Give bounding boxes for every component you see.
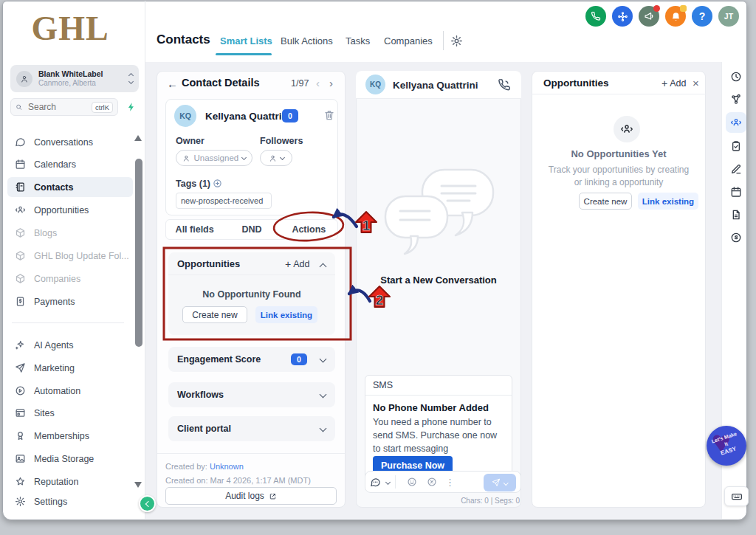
sidebar-item-marketing[interactable]: Marketing: [7, 358, 133, 378]
tab-smart-lists[interactable]: Smart Lists: [220, 35, 272, 46]
sidebar-item-label: Contacts: [34, 182, 73, 193]
prev-contact-icon[interactable]: ‹: [316, 77, 320, 89]
quick-actions-bolt-icon[interactable]: [126, 102, 137, 112]
search-bar[interactable]: ctrlK: [10, 98, 118, 116]
back-icon[interactable]: ←: [167, 77, 178, 90]
sidebar-item-ai-agents[interactable]: AI Agents: [7, 335, 133, 355]
search-input[interactable]: [27, 101, 87, 113]
tab-tasks[interactable]: Tasks: [346, 35, 370, 46]
close-panel-icon[interactable]: ×: [693, 77, 699, 89]
account-name: Blank WhiteLabel: [38, 69, 123, 79]
sidebar-collapse-button[interactable]: [139, 495, 156, 512]
sidebar-item-label: Media Storage: [34, 454, 94, 464]
tab-actions[interactable]: Actions: [281, 224, 337, 235]
followers-select[interactable]: [260, 150, 292, 166]
sms-title: No Phone Number Added: [373, 402, 504, 413]
sidebar-item-companies[interactable]: Companies: [7, 269, 133, 289]
emoji-icon[interactable]: [407, 477, 417, 487]
sidebar-item-payments[interactable]: Payments: [7, 291, 133, 311]
call-icon[interactable]: [498, 78, 511, 92]
account-chevrons-icon: [129, 74, 133, 83]
link-existing-button[interactable]: Link existing: [255, 306, 317, 323]
tag-text: new-prospect-received: [181, 196, 263, 205]
send-button[interactable]: [484, 474, 516, 491]
sidebar-item-label: GHL Blog Update Fol...: [34, 251, 129, 261]
next-contact-icon[interactable]: ›: [329, 77, 333, 89]
sidebar-item-media-storage[interactable]: Media Storage: [7, 449, 133, 469]
person-icon: [269, 154, 277, 162]
scroll-up-arrow[interactable]: [134, 135, 142, 141]
conversation-avatar: KQ: [365, 75, 385, 94]
user-avatar[interactable]: JT: [718, 6, 739, 27]
notifications-button[interactable]: [665, 6, 686, 27]
audit-logs-button[interactable]: Audit logs: [165, 487, 337, 505]
opportunities-empty-icon: [614, 116, 640, 142]
announcements-button[interactable]: [639, 6, 659, 27]
payments-icon: [15, 296, 26, 307]
notes-icon[interactable]: [730, 163, 742, 175]
sidebar-item-blogs[interactable]: Blogs: [7, 223, 133, 243]
panel-add-opportunity-button[interactable]: + Add: [662, 77, 686, 89]
history-icon[interactable]: [730, 71, 742, 83]
easy-widget-button[interactable]: ♥ Let's Make It EASY: [707, 426, 746, 466]
sidebar-item-label: Reputation: [34, 477, 78, 487]
tab-bulk-actions[interactable]: Bulk Actions: [281, 35, 333, 46]
create-new-button[interactable]: Create new: [182, 306, 247, 323]
add-tag-icon[interactable]: [213, 179, 222, 188]
conversation-empty-title: Start a New Conversation: [356, 275, 521, 286]
integrations-button[interactable]: [612, 6, 633, 27]
sidebar-item-memberships[interactable]: Memberships: [7, 426, 133, 446]
sms-channel-icon[interactable]: [370, 477, 381, 488]
tag-chip[interactable]: new-prospect-received: [176, 193, 272, 209]
gear-icon: [15, 496, 26, 507]
sidebar-item-automation[interactable]: Automation: [7, 381, 133, 401]
created-by-link[interactable]: Unknown: [210, 462, 244, 471]
panel-link-existing-button[interactable]: Link existing: [638, 193, 698, 210]
client-portal-section[interactable]: Client portal: [168, 416, 335, 441]
tab-companies[interactable]: Companies: [384, 35, 433, 46]
sms-body: You need a phone number to send SMS. Pur…: [373, 416, 504, 455]
cube-icon: [15, 273, 26, 284]
sms-tab[interactable]: SMS: [365, 376, 512, 396]
subscriptions-icon[interactable]: [730, 232, 742, 244]
panel-create-new-button[interactable]: Create new: [579, 193, 632, 210]
sidebar-item-contacts[interactable]: Contacts: [7, 177, 133, 197]
sidebar-item-opportunities[interactable]: Opportunities: [7, 200, 133, 220]
sidebar-item-conversations[interactable]: Conversations: [7, 132, 133, 152]
trash-icon[interactable]: [323, 109, 335, 121]
owner-select[interactable]: Unassigned: [176, 150, 252, 166]
person-icon: [182, 154, 190, 162]
sidebar-item-label: AI Agents: [34, 340, 74, 351]
help-button[interactable]: ?: [692, 6, 712, 27]
contact-details-title: Contact Details: [182, 77, 260, 89]
sidebar-item-ghl-blog-update[interactable]: GHL Blog Update Fol...: [7, 246, 133, 266]
workflows-section[interactable]: Workflows: [168, 382, 335, 407]
tab-dnd[interactable]: DND: [223, 224, 280, 235]
more-options-icon[interactable]: ⋮: [445, 477, 455, 488]
cube-icon: [15, 227, 26, 238]
browser-icon: [15, 407, 26, 418]
keyboard-shortcuts-button[interactable]: [724, 486, 749, 506]
account-switcher[interactable]: Blank WhiteLabel Canmore, Alberta: [10, 65, 139, 92]
dialer-button[interactable]: [585, 6, 606, 27]
sidebar-item-settings[interactable]: Settings: [7, 491, 133, 511]
sidebar-item-reputation[interactable]: Reputation: [7, 472, 133, 491]
tab-all-fields[interactable]: All fields: [166, 224, 223, 235]
tasks-icon[interactable]: [730, 140, 742, 152]
connections-icon[interactable]: [730, 94, 742, 106]
add-opportunity-button[interactable]: + Add: [285, 258, 309, 270]
clear-icon[interactable]: [427, 477, 437, 487]
contact-name[interactable]: Kellyana Quattrini: [205, 111, 291, 122]
sidebar-scrollbar-thumb[interactable]: [135, 159, 142, 347]
send-icon: [492, 478, 501, 487]
appointments-icon[interactable]: [730, 186, 742, 198]
contacts-book-icon: [15, 182, 26, 193]
documents-icon[interactable]: [730, 209, 742, 221]
scroll-down-arrow[interactable]: [134, 482, 142, 488]
sidebar-item-sites[interactable]: Sites: [7, 403, 133, 423]
sidebar-item-calendars[interactable]: Calendars: [7, 154, 133, 174]
channel-dropdown-icon[interactable]: [385, 479, 391, 484]
contacts-settings-gear-icon[interactable]: [450, 35, 463, 47]
engagement-score-section[interactable]: Engagement Score 0: [168, 347, 335, 372]
rail-opportunities-icon[interactable]: [730, 117, 742, 128]
